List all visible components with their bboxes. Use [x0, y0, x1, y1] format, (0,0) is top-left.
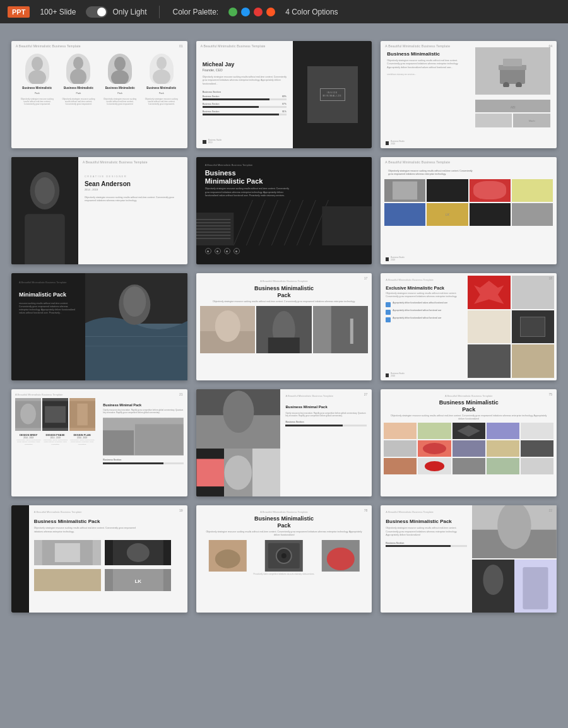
mc6: [384, 440, 417, 457]
slide-4: A Beautiful Minimalistic Business Templa…: [11, 157, 187, 264]
slide-8-num: 17: [364, 276, 368, 280]
grid-cell-5: [384, 203, 425, 226]
svg-point-41: [123, 286, 146, 317]
slide-7-header: A Beautiful Minimalistic Business Templa…: [19, 281, 78, 284]
grid-r2c2: [512, 310, 554, 344]
sg-img1: [34, 540, 101, 565]
dot-red-dark: [254, 8, 263, 16]
slide-2-name: Micheal Jay: [203, 61, 287, 68]
svg-point-7: [153, 69, 170, 84]
img10-1: [15, 398, 41, 431]
slide-2: A Beautiful Minimalistic Business Templa…: [196, 41, 372, 148]
slide-6-footer: Business Studio2019: [386, 257, 405, 262]
footer-text-3: Business Studio2019: [391, 141, 405, 146]
slide-9-desc: Objectively strategize resource sucking …: [386, 292, 460, 299]
svg-rect-66: [196, 459, 224, 486]
portrait-4-role: Pack: [159, 92, 164, 95]
svg-rect-29: [196, 219, 230, 220]
slide-8-desc: Objectively strategize resource sucking …: [204, 300, 365, 303]
slide-11-bottom-imgs: [196, 449, 281, 497]
bottom-img-3: [252, 449, 281, 497]
slide-8-photo-2: [256, 306, 312, 353]
svg-point-46: [215, 310, 240, 342]
svg-point-0: [32, 57, 43, 71]
portrait-3-desc: Objectively strategize resource sucking …: [102, 98, 138, 106]
slide-6-grid: LK: [381, 179, 557, 230]
slide-4-dates: 2014 - 2019: [85, 188, 181, 191]
slide-5-image: [196, 200, 372, 245]
slide-8-top: A Beautiful Minimalistic Business Templa…: [196, 273, 372, 306]
svg-point-4: [114, 57, 126, 71]
slide-2-bar2: Business Section67%: [203, 103, 287, 108]
slide-10-label: A Beautiful Minimalistic Business Templa…: [15, 393, 95, 396]
slide-14-title: Business MinimalisticPack: [204, 515, 365, 529]
slide-15: A Beautiful Minimalistic Business Templa…: [381, 505, 557, 613]
icon-fb: [215, 248, 221, 254]
svg-rect-33: [196, 232, 230, 233]
dot-green: [228, 8, 237, 16]
svg-rect-32: [196, 228, 230, 230]
svg-point-3: [70, 69, 86, 84]
svg-point-5: [111, 70, 129, 84]
grid-r1c1: [468, 276, 510, 309]
mc8: [453, 440, 485, 457]
svg-rect-35: [196, 238, 230, 239]
img10-2: [42, 398, 68, 431]
slide-13-content: A Beautiful Minimalistic Business Templa…: [29, 505, 187, 613]
slide-15-left: A Beautiful Minimalistic Business Templa…: [381, 505, 472, 613]
bar3-val: 91%: [282, 110, 287, 113]
slide-4-desc: Objectively strategize resource sucking …: [85, 196, 181, 203]
svg-rect-56: [45, 406, 66, 423]
slide-8: A Beautiful Minimalistic Business Templa…: [196, 273, 372, 380]
svg-point-87: [483, 565, 504, 595]
slide-8-photo-1: [200, 306, 256, 353]
sg-img2: [105, 540, 172, 565]
slide-15-label: A Beautiful Minimalistic Business Templa…: [386, 510, 467, 514]
grid-cell-1: [384, 179, 425, 202]
slide-6-desc: Objectively strategize resource sucking …: [388, 170, 476, 177]
slide-9-title: Exclusive Minimalistic Pack: [386, 285, 460, 291]
mc2: [418, 423, 451, 439]
bar1-val: 80%: [282, 95, 287, 98]
svg-point-64: [223, 390, 254, 433]
grid-cell-2: [427, 179, 468, 202]
slide-6: A Beautiful Minimalistic Business Templa…: [381, 157, 557, 264]
slide-6-top: A Beautiful Minimalistic Business Templa…: [381, 157, 557, 179]
slide-2-label: A Beautiful Minimalistic Business Templa…: [201, 44, 266, 48]
icon-twitter: [205, 248, 211, 254]
mc14: [487, 458, 519, 474]
portrait-3-name: Business Minimalistic: [105, 86, 135, 90]
mc4: [487, 423, 519, 439]
footer-logo: [203, 140, 206, 144]
label-phase: DESIGN PHASE 2014 - 2019 Appropriately d…: [42, 433, 68, 445]
ppt-badge: PPT: [8, 6, 30, 18]
mc3: [453, 423, 485, 439]
mc15: [521, 458, 553, 474]
label-plan: DESIGN PLAN 2014 - 2019 Appropriately de…: [69, 433, 95, 445]
slide-11-left: [196, 389, 281, 496]
img10-3: [69, 398, 95, 431]
dot-blue: [241, 8, 250, 16]
only-light-toggle[interactable]: Only Light: [86, 6, 146, 18]
toggle-switch[interactable]: [86, 6, 107, 18]
palette-dots: [228, 8, 275, 16]
footer-text-6: Business Studio2019: [391, 257, 405, 262]
slide-14-label: A Beautiful Minimalistic Business Templa…: [204, 510, 365, 514]
slide-5-title: BusinessMinimalistic Pack: [205, 169, 364, 185]
slide-3-subdesc: mindshare visionary me services...: [387, 73, 462, 76]
slide-11-title: Business Minimal Pack: [285, 405, 367, 410]
slide-11-section: Business Section: [285, 421, 367, 423]
slide-3-footer: Business Studio2019: [386, 141, 405, 146]
slide-13: A Beautiful Minimalistic Business Templa…: [11, 505, 187, 613]
svg-rect-60: [103, 431, 134, 455]
slide-15-section-label: Business Section: [386, 542, 467, 544]
bottom-img-2: [224, 449, 252, 497]
slide-4-name: Sean Anderson: [85, 180, 181, 187]
slide-8-title: Business MinimalisticPack: [204, 285, 365, 299]
portrait-3-role: Pack: [117, 92, 122, 95]
portrait-col-1: Business Minimalistic Pack Objectively s…: [19, 54, 55, 105]
slide-2-desc: Objectively strategize resource sucking …: [203, 76, 287, 86]
sg-img4: LK: [105, 569, 172, 591]
slide-11-progress: Business Section: [285, 421, 367, 426]
slide-7-left: A Beautiful Minimalistic Business Templa…: [11, 273, 85, 380]
